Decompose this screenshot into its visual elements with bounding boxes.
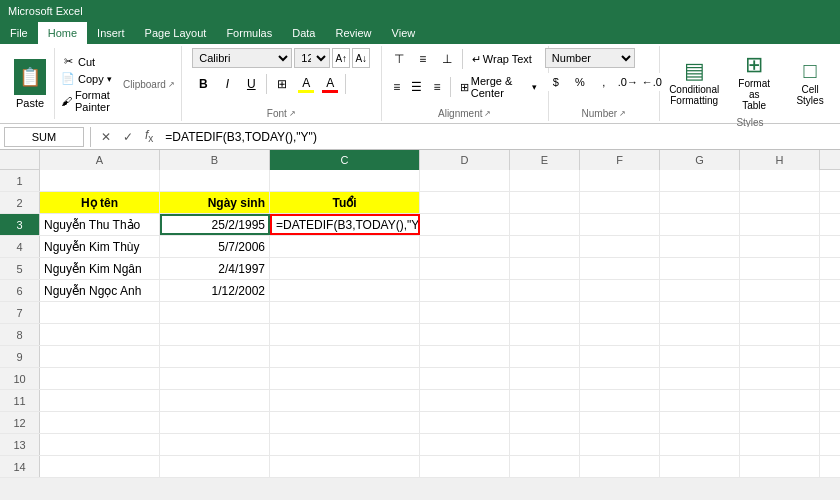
cell-g6[interactable] — [660, 280, 740, 301]
cell-b4[interactable]: 5/7/2006 — [160, 236, 270, 257]
cell-d13[interactable] — [420, 434, 510, 455]
cell-c4[interactable] — [270, 236, 420, 257]
cell-a6[interactable]: Nguyễn Ngọc Anh — [40, 280, 160, 301]
cell-f13[interactable] — [580, 434, 660, 455]
tab-data[interactable]: Data — [282, 22, 325, 44]
cell-d12[interactable] — [420, 412, 510, 433]
cell-f7[interactable] — [580, 302, 660, 323]
font-size-select[interactable]: 12 10 14 16 — [294, 48, 330, 68]
row-header-12[interactable]: 12 — [0, 412, 40, 433]
cell-g8[interactable] — [660, 324, 740, 345]
cell-g10[interactable] — [660, 368, 740, 389]
cell-c8[interactable] — [270, 324, 420, 345]
cell-h3[interactable] — [740, 214, 820, 235]
cell-h6[interactable] — [740, 280, 820, 301]
col-header-g[interactable]: G — [660, 150, 740, 170]
cell-e1[interactable] — [510, 170, 580, 191]
cell-g2[interactable] — [660, 192, 740, 213]
cell-h1[interactable] — [740, 170, 820, 191]
cell-b9[interactable] — [160, 346, 270, 367]
row-header-9[interactable]: 9 — [0, 346, 40, 367]
cell-c2[interactable]: Tuổi — [270, 192, 420, 213]
cell-e5[interactable] — [510, 258, 580, 279]
cell-a5[interactable]: Nguyễn Kim Ngân — [40, 258, 160, 279]
font-name-select[interactable]: Calibri Arial Times New Roman — [192, 48, 292, 68]
font-color-button[interactable]: A — [319, 73, 341, 95]
cell-d3[interactable] — [420, 214, 510, 235]
align-top-button[interactable]: ⊤ — [388, 48, 410, 70]
cell-f14[interactable] — [580, 456, 660, 477]
col-header-f[interactable]: F — [580, 150, 660, 170]
cell-c14[interactable] — [270, 456, 420, 477]
tab-formulas[interactable]: Formulas — [216, 22, 282, 44]
row-header-8[interactable]: 8 — [0, 324, 40, 345]
col-header-c[interactable]: C — [270, 150, 420, 170]
cell-f2[interactable] — [580, 192, 660, 213]
cell-e13[interactable] — [510, 434, 580, 455]
tab-home[interactable]: Home — [38, 22, 87, 44]
cell-d7[interactable] — [420, 302, 510, 323]
cell-g1[interactable] — [660, 170, 740, 191]
cell-g12[interactable] — [660, 412, 740, 433]
cell-b11[interactable] — [160, 390, 270, 411]
cell-d2[interactable] — [420, 192, 510, 213]
cell-g4[interactable] — [660, 236, 740, 257]
underline-button[interactable]: U — [240, 73, 262, 95]
cell-d1[interactable] — [420, 170, 510, 191]
cell-d4[interactable] — [420, 236, 510, 257]
align-left-button[interactable]: ≡ — [388, 76, 406, 98]
cut-button[interactable]: ✂ Cut — [59, 54, 119, 70]
cell-g13[interactable] — [660, 434, 740, 455]
cell-g14[interactable] — [660, 456, 740, 477]
copy-button[interactable]: 📄 Copy ▾ — [59, 71, 119, 87]
cell-c6[interactable] — [270, 280, 420, 301]
cell-b2[interactable]: Ngày sinh — [160, 192, 270, 213]
cell-c1[interactable] — [270, 170, 420, 191]
cell-e2[interactable] — [510, 192, 580, 213]
tab-insert[interactable]: Insert — [87, 22, 135, 44]
col-header-h[interactable]: H — [740, 150, 820, 170]
tab-review[interactable]: Review — [325, 22, 381, 44]
cell-c9[interactable] — [270, 346, 420, 367]
cell-b8[interactable] — [160, 324, 270, 345]
cell-g5[interactable] — [660, 258, 740, 279]
cell-h7[interactable] — [740, 302, 820, 323]
cell-a12[interactable] — [40, 412, 160, 433]
cell-e14[interactable] — [510, 456, 580, 477]
number-expand-icon[interactable]: ↗ — [619, 109, 626, 118]
cell-b6[interactable]: 1/12/2002 — [160, 280, 270, 301]
cell-a10[interactable] — [40, 368, 160, 389]
cell-a14[interactable] — [40, 456, 160, 477]
cell-f5[interactable] — [580, 258, 660, 279]
clipboard-expand-icon[interactable]: ↗ — [168, 80, 175, 89]
cell-h12[interactable] — [740, 412, 820, 433]
number-format-select[interactable]: Number General Currency Percentage — [545, 48, 635, 68]
row-header-11[interactable]: 11 — [0, 390, 40, 411]
cell-h9[interactable] — [740, 346, 820, 367]
cell-c10[interactable] — [270, 368, 420, 389]
cancel-formula-button[interactable]: ✕ — [97, 130, 115, 144]
cell-h5[interactable] — [740, 258, 820, 279]
cell-a11[interactable] — [40, 390, 160, 411]
cell-e7[interactable] — [510, 302, 580, 323]
alignment-expand-icon[interactable]: ↗ — [484, 109, 491, 118]
col-header-a[interactable]: A — [40, 150, 160, 170]
font-size-decrease-button[interactable]: A↓ — [352, 48, 370, 68]
cell-c11[interactable] — [270, 390, 420, 411]
col-header-e[interactable]: E — [510, 150, 580, 170]
cell-b7[interactable] — [160, 302, 270, 323]
tab-page-layout[interactable]: Page Layout — [135, 22, 217, 44]
cell-f4[interactable] — [580, 236, 660, 257]
cell-d11[interactable] — [420, 390, 510, 411]
cell-f11[interactable] — [580, 390, 660, 411]
row-header-6[interactable]: 6 — [0, 280, 40, 301]
col-header-d[interactable]: D — [420, 150, 510, 170]
cell-a3[interactable]: Nguyễn Thu Thảo — [40, 214, 160, 235]
row-header-7[interactable]: 7 — [0, 302, 40, 323]
font-size-increase-button[interactable]: A↑ — [332, 48, 350, 68]
paste-button[interactable]: 📋 Paste — [6, 48, 55, 119]
cell-a4[interactable]: Nguyễn Kim Thùy — [40, 236, 160, 257]
cell-b10[interactable] — [160, 368, 270, 389]
cell-e6[interactable] — [510, 280, 580, 301]
cell-b5[interactable]: 2/4/1997 — [160, 258, 270, 279]
